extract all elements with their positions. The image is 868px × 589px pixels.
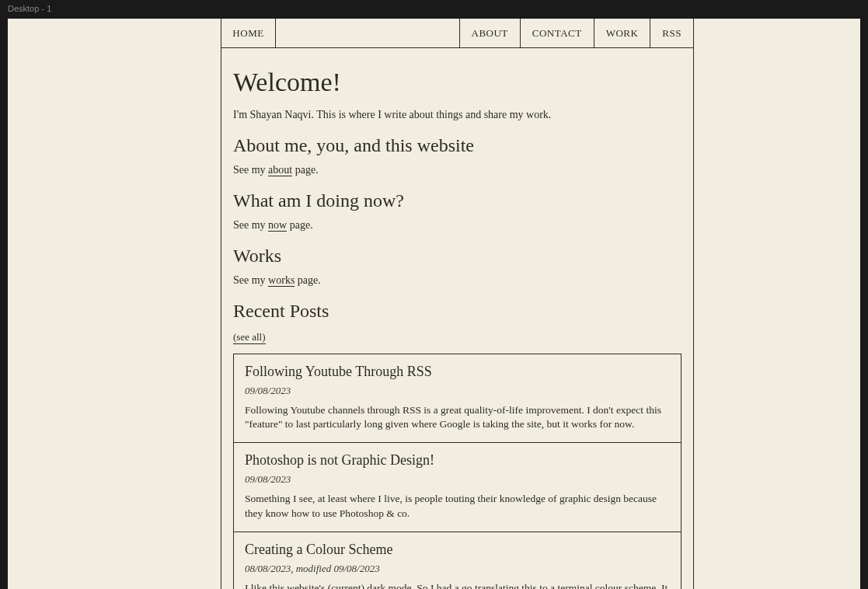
nav-about[interactable]: ABOUT <box>459 19 520 47</box>
about-suffix: page. <box>292 164 318 176</box>
section-heading-works: Works <box>233 246 682 267</box>
intro-text: I'm Shayan Naqvi. This is where I write … <box>233 109 682 121</box>
post-title: Following Youtube Through RSS <box>245 364 670 380</box>
post-title: Photoshop is not Graphic Design! <box>245 452 670 469</box>
about-paragraph: See my about page. <box>233 164 682 176</box>
top-nav: HOME ABOUT CONTACT WORK RSS <box>221 19 693 48</box>
design-tab-label: Desktop - 1 <box>8 4 51 13</box>
post-excerpt: I like this website's (current) dark mod… <box>245 581 670 589</box>
post-date: 08/08/2023, modified 09/08/2023 <box>245 563 670 575</box>
section-heading-about: About me, you, and this website <box>233 135 682 156</box>
page-frame: HOME ABOUT CONTACT WORK RSS Welcome! I'm… <box>221 19 694 589</box>
nav-home[interactable]: HOME <box>221 19 276 47</box>
now-paragraph: See my now page. <box>233 219 682 232</box>
works-paragraph: See my works page. <box>233 274 682 287</box>
page-title: Welcome! <box>233 68 682 97</box>
nav-rss[interactable]: RSS <box>650 19 693 47</box>
post-card[interactable]: Photoshop is not Graphic Design! 09/08/2… <box>233 442 682 531</box>
works-suffix: page. <box>295 274 320 286</box>
post-date: 09/08/2023 <box>245 385 670 397</box>
post-excerpt: Something I see, at least where I live, … <box>245 492 670 520</box>
post-date: 09/08/2023 <box>245 473 670 486</box>
see-all-link[interactable]: (see all) <box>233 331 266 344</box>
works-link[interactable]: works <box>268 274 295 287</box>
about-link[interactable]: about <box>268 164 292 176</box>
now-suffix: page. <box>287 219 312 231</box>
main-content: Welcome! I'm Shayan Naqvi. This is where… <box>221 48 693 589</box>
now-prefix: See my <box>233 219 268 231</box>
nav-contact[interactable]: CONTACT <box>520 19 594 47</box>
about-prefix: See my <box>233 164 268 176</box>
works-prefix: See my <box>233 274 268 286</box>
nav-work[interactable]: WORK <box>594 19 650 47</box>
post-card[interactable]: Following Youtube Through RSS 09/08/2023… <box>233 354 682 443</box>
post-title: Creating a Colour Scheme <box>245 542 670 558</box>
post-excerpt: Following Youtube channels through RSS i… <box>245 403 670 431</box>
now-link[interactable]: now <box>268 219 287 232</box>
nav-spacer <box>276 19 459 47</box>
nav-right-group: ABOUT CONTACT WORK RSS <box>459 19 694 47</box>
section-heading-now: What am I doing now? <box>233 190 682 211</box>
section-heading-recent: Recent Posts <box>233 301 682 322</box>
post-card[interactable]: Creating a Colour Scheme 08/08/2023, mod… <box>233 531 682 589</box>
canvas: HOME ABOUT CONTACT WORK RSS Welcome! I'm… <box>8 19 860 589</box>
